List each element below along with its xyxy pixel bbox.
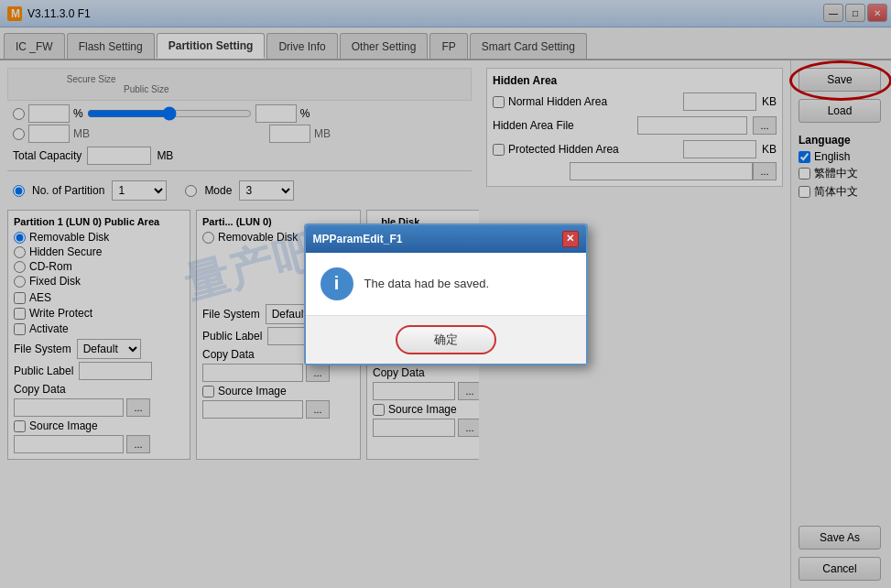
modal-close-button[interactable]: ✕ bbox=[562, 231, 579, 247]
modal-footer: 确定 bbox=[306, 315, 586, 364]
modal-confirm-button[interactable]: 确定 bbox=[396, 325, 496, 354]
modal-info-icon: i bbox=[321, 267, 353, 300]
modal-message: The data had be saved. bbox=[364, 277, 490, 290]
modal-dialog: MPParamEdit_F1 ✕ i The data had be saved… bbox=[304, 223, 588, 365]
modal-overlay: MPParamEdit_F1 ✕ i The data had be saved… bbox=[0, 0, 891, 588]
modal-title: MPParamEdit_F1 bbox=[313, 233, 562, 245]
modal-body: i The data had be saved. bbox=[306, 253, 586, 315]
modal-title-bar: MPParamEdit_F1 ✕ bbox=[306, 225, 586, 253]
